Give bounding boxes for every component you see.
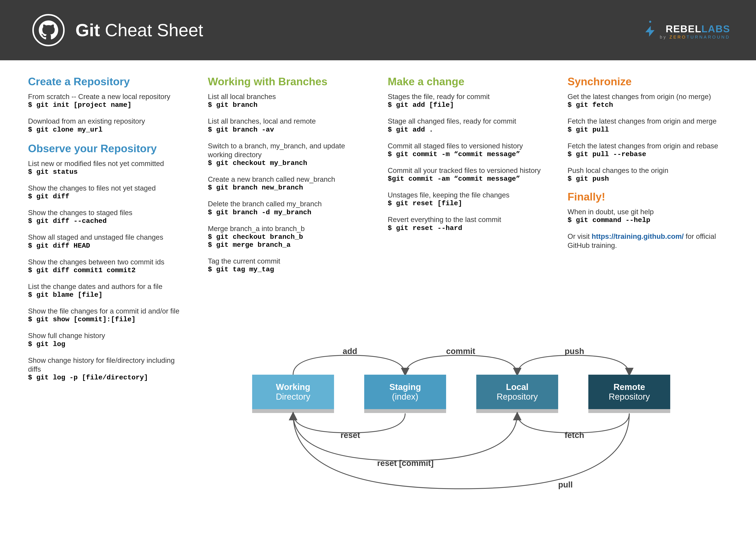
- desc: Switch to a branch, my_branch, and updat…: [208, 141, 368, 159]
- cmd: $ git fetch: [568, 101, 728, 109]
- column-1: Create a Repository From scratch -- Crea…: [28, 75, 189, 389]
- box-working-directory: WorkingDirectory: [252, 375, 334, 409]
- workflow-diagram: WorkingDirectory Staging(index) LocalRep…: [226, 349, 722, 521]
- cmd: $ git diff --cached: [28, 217, 189, 225]
- cmd: $ git commit -m “commit message”: [388, 150, 548, 158]
- desc: Or visit https://training.github.com/ fo…: [568, 232, 728, 250]
- cmd: $ git clone my_url: [28, 126, 189, 134]
- cmd: $ git branch: [208, 101, 368, 109]
- github-logo-circle: [32, 14, 65, 46]
- cmd: $ git checkout my_branch: [208, 159, 368, 167]
- desc: Commit all your tracked files to version…: [388, 166, 548, 175]
- brand-logo: REBELLABS by ZEROTURNAROUND: [644, 21, 730, 39]
- desc: Commit all staged files to versioned his…: [388, 141, 548, 150]
- label-fetch: fetch: [565, 431, 584, 440]
- desc: Show the changes to staged files: [28, 208, 189, 217]
- desc: Show the changes between two commit ids: [28, 258, 189, 267]
- desc: List new or modified files not yet commi…: [28, 159, 189, 168]
- training-link[interactable]: https://training.github.com/: [592, 232, 684, 240]
- cmd: $ git pull: [568, 126, 728, 134]
- cmd: $git commit -am “commit message”: [388, 175, 548, 183]
- desc: Revert everything to the last commit: [388, 215, 548, 224]
- cmd: $ git diff HEAD: [28, 242, 189, 250]
- cmd: $ git diff: [28, 192, 189, 200]
- desc: Show all staged and unstaged file change…: [28, 233, 189, 242]
- desc: From scratch -- Create a new local repos…: [28, 92, 189, 101]
- cmd: $ git command --help: [568, 216, 728, 224]
- cmd: $ git log -p [file/directory]: [28, 373, 189, 382]
- desc: Show change history for file/directory i…: [28, 356, 189, 374]
- heading-create-repo: Create a Repository: [28, 75, 189, 88]
- desc: Stages the file, ready for commit: [388, 92, 548, 101]
- heading-synchronize: Synchronize: [568, 75, 728, 88]
- column-4: Synchronize Get the latest changes from …: [568, 75, 728, 389]
- page-header: Git Cheat Sheet REBELLABS by ZEROTURNARO…: [0, 0, 756, 60]
- desc: Show the changes to files not yet staged: [28, 184, 189, 192]
- box-staging: Staging(index): [364, 375, 446, 409]
- label-reset-commit: reset [commit]: [377, 459, 434, 468]
- desc: Delete the branch called my_branch: [208, 199, 368, 208]
- cmd: $ git diff commit1 commit2: [28, 267, 189, 274]
- desc: Fetch the latest changes from origin and…: [568, 141, 728, 150]
- desc: Merge branch_a into branch_b: [208, 224, 368, 233]
- cmd: $ git show [commit]:[file]: [28, 316, 189, 323]
- content-columns: Create a Repository From scratch -- Crea…: [0, 60, 756, 389]
- cmd: $ git add .: [388, 126, 548, 134]
- label-add: add: [343, 347, 357, 356]
- desc: List all local branches: [208, 92, 368, 101]
- desc: Stage all changed files, ready for commi…: [388, 117, 548, 126]
- heading-make-change: Make a change: [388, 75, 548, 88]
- desc: Download from an existing repository: [28, 117, 189, 126]
- brand-bolt-icon: [644, 21, 657, 39]
- desc: List all branches, local and remote: [208, 117, 368, 126]
- desc: Show the file changes for a commit id an…: [28, 307, 189, 316]
- label-commit: commit: [446, 347, 475, 356]
- cmd: $ git branch new_branch: [208, 184, 368, 191]
- cmd: $ git status: [28, 168, 189, 176]
- cmd: $ git tag my_tag: [208, 266, 368, 273]
- cmd: $ git pull --rebase: [568, 150, 728, 158]
- cmd: $ git push: [568, 175, 728, 183]
- cmd: $ git checkout branch_b $ git merge bran…: [208, 233, 368, 249]
- label-reset: reset: [340, 431, 360, 440]
- column-2: Working with Branches List all local bra…: [208, 75, 368, 389]
- header-left: Git Cheat Sheet: [32, 14, 203, 46]
- desc: Unstages file, keeping the file changes: [388, 191, 548, 199]
- heading-observe-repo: Observe your Repository: [28, 142, 189, 155]
- heading-branches: Working with Branches: [208, 75, 368, 88]
- label-push: push: [565, 347, 584, 356]
- heading-finally: Finally!: [568, 191, 728, 203]
- cmd: $ git log: [28, 340, 189, 348]
- github-icon: [39, 20, 58, 40]
- cmd: $ git reset --hard: [388, 224, 548, 232]
- cmd: $ git init [project name]: [28, 101, 189, 109]
- desc: Push local changes to the origin: [568, 166, 728, 175]
- column-3: Make a change Stages the file, ready for…: [388, 75, 548, 389]
- desc: Fetch the latest changes from origin and…: [568, 117, 728, 126]
- box-remote-repo: RemoteRepository: [588, 375, 670, 409]
- desc: When in doubt, use git help: [568, 207, 728, 216]
- box-local-repo: LocalRepository: [476, 375, 558, 409]
- cmd: $ git add [file]: [388, 101, 548, 109]
- desc: Tag the current commit: [208, 257, 368, 266]
- cmd: $ git branch -av: [208, 126, 368, 134]
- cmd: $ git blame [file]: [28, 291, 189, 299]
- desc: Create a new branch called new_branch: [208, 175, 368, 184]
- desc: Get the latest changes from origin (no m…: [568, 92, 728, 101]
- desc: List the change dates and authors for a …: [28, 282, 189, 291]
- desc: Show full change history: [28, 331, 189, 340]
- label-pull: pull: [558, 480, 573, 490]
- page-title: Git Cheat Sheet: [75, 20, 203, 40]
- cmd: $ git branch -d my_branch: [208, 208, 368, 216]
- cmd: $ git reset [file]: [388, 199, 548, 207]
